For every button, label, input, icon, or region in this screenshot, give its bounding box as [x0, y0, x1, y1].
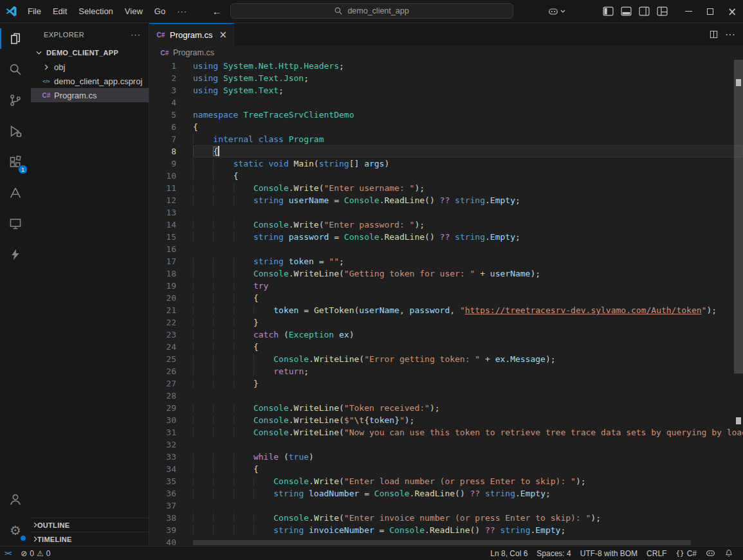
outline-section-header[interactable]: OUTLINE [31, 518, 149, 532]
code-line[interactable] [193, 390, 743, 402]
encoding-status[interactable]: UTF-8 with BOM [576, 546, 642, 560]
code-line[interactable]: using System.Text.Json; [193, 72, 743, 84]
toggle-panel-icon[interactable] [617, 0, 635, 23]
csharp-file-icon: C# [41, 92, 51, 99]
code-line[interactable]: } [193, 377, 743, 390]
code-line[interactable]: Console.Write("Enter invoice number (or … [193, 512, 743, 524]
problems-status[interactable]: ⊘ 0 ⚠ 0 [16, 546, 55, 560]
menu-selection[interactable]: Selection [73, 4, 118, 19]
close-button[interactable]: × [721, 0, 743, 23]
split-editor-icon[interactable] [709, 30, 719, 39]
line-number-gutter[interactable]: 1234567891011121314151617181920212223242… [149, 60, 187, 546]
run-debug-tab[interactable] [0, 116, 31, 147]
minimize-button[interactable] [677, 0, 699, 23]
code-editor[interactable]: 1234567891011121314151617181920212223242… [149, 60, 743, 546]
explorer-more-actions-icon[interactable]: ··· [131, 30, 141, 39]
code-line[interactable]: Console.WriteLine("Getting token for use… [193, 267, 743, 280]
tree-item-obj[interactable]: obj [31, 60, 149, 74]
toggle-sidebar-icon[interactable] [599, 0, 617, 23]
menu-edit[interactable]: Edit [47, 4, 73, 19]
code-line[interactable]: Console.WriteLine("Token received:"); [193, 402, 743, 414]
code-line[interactable]: { [193, 341, 743, 353]
code-line[interactable]: string userName = Console.ReadLine() ?? … [193, 194, 743, 206]
code-line[interactable]: using System.Net.Http.Headers; [193, 60, 743, 72]
chevron-down-icon [33, 51, 44, 55]
code-line[interactable]: string token = ""; [193, 255, 743, 267]
eol-status[interactable]: CRLF [642, 546, 671, 560]
source-control-tab[interactable] [0, 85, 31, 116]
code-line[interactable] [193, 206, 743, 219]
code-line[interactable] [193, 500, 743, 512]
scrollbar-thumb[interactable] [193, 540, 691, 545]
maximize-button[interactable] [699, 0, 721, 23]
remote-indicator[interactable]: >< [0, 546, 16, 560]
command-center-search[interactable]: demo_client_app [230, 3, 513, 19]
vertical-scrollbar[interactable] [734, 60, 743, 546]
breadcrumb-file[interactable]: Program.cs [173, 48, 214, 57]
code-line[interactable]: { [193, 170, 743, 182]
customize-layout-icon[interactable] [653, 0, 671, 23]
code-line[interactable]: token = GetToken(userName, password, "ht… [193, 304, 743, 316]
thunder-tab[interactable] [0, 239, 31, 270]
code-line[interactable]: Console.Write("Enter load number (or pre… [193, 475, 743, 487]
language-mode-status[interactable]: {} C# [671, 546, 701, 560]
code-line[interactable] [193, 243, 743, 255]
code-line[interactable]: string password = Console.ReadLine() ?? … [193, 231, 743, 243]
accounts-button[interactable] [0, 484, 31, 515]
cursor-position-status[interactable]: Ln 8, Col 6 [486, 546, 532, 560]
notifications-bell-icon[interactable] [720, 546, 738, 560]
project-root-label: DEMO_CLIENT_APP [46, 49, 118, 57]
menu-bar: File Edit Selection View Go ··· [22, 0, 193, 23]
tree-item-csproj[interactable]: </> demo_client_app.csproj [31, 74, 149, 88]
code-line[interactable]: internal class Program [193, 133, 743, 145]
back-arrow-icon[interactable]: ← [210, 6, 224, 17]
copilot-icon[interactable] [548, 6, 565, 17]
code-line[interactable]: Console.Write("Enter password: "); [193, 219, 743, 231]
remote-explorer-tab[interactable] [0, 208, 31, 239]
code-line[interactable]: { [193, 463, 743, 475]
code-line[interactable]: while (true) [193, 451, 743, 463]
toggle-secondary-sidebar-icon[interactable] [635, 0, 653, 23]
code-line[interactable]: Console.WriteLine("Error getting token: … [193, 353, 743, 365]
azure-tab[interactable] [0, 177, 31, 208]
timeline-section-header[interactable]: TIMELINE [31, 532, 149, 546]
tab-close-icon[interactable]: × [219, 29, 227, 41]
code-line[interactable]: namespace TreeTraceSrvClientDemo [193, 109, 743, 121]
code-line[interactable]: using System.Text; [193, 84, 743, 96]
indentation-status[interactable]: Spaces: 4 [532, 546, 575, 560]
code-line[interactable]: { [193, 292, 743, 304]
code-line[interactable] [193, 96, 743, 109]
code-line[interactable]: string invoiceNumber = Console.ReadLine(… [193, 524, 743, 536]
search-tab[interactable] [0, 54, 31, 85]
tab-program-cs[interactable]: C# Program.cs × [149, 23, 234, 46]
search-icon [8, 62, 23, 77]
scrollbar-thumb[interactable] [734, 60, 743, 374]
code-line[interactable]: catch (Exception ex) [193, 329, 743, 341]
code-line[interactable]: Console.Write("Enter username: "); [193, 182, 743, 194]
explorer-tab[interactable] [0, 23, 31, 54]
horizontal-scrollbar[interactable] [193, 539, 734, 546]
code-line[interactable]: return; [193, 365, 743, 377]
menu-go[interactable]: Go [149, 4, 171, 19]
code-line[interactable]: try [193, 280, 743, 292]
outline-label: OUTLINE [37, 521, 69, 529]
menu-file[interactable]: File [22, 4, 47, 19]
editor-more-actions-icon[interactable]: ··· [725, 29, 735, 41]
code-line[interactable]: Console.WriteLine($"\t{token}"); [193, 414, 743, 426]
copilot-status-icon[interactable] [701, 546, 720, 560]
code-line[interactable]: { [193, 121, 743, 133]
extensions-tab[interactable]: 1 [0, 147, 31, 177]
code-line[interactable]: Console.WriteLine("Now you can use this … [193, 426, 743, 438]
settings-button[interactable]: ⚙ [0, 515, 31, 546]
project-root-folder[interactable]: DEMO_CLIENT_APP [31, 46, 149, 60]
menu-more-icon[interactable]: ··· [171, 4, 193, 19]
code-line[interactable] [193, 438, 743, 451]
code-line[interactable]: string loadNumber = Console.ReadLine() ?… [193, 487, 743, 500]
code-line[interactable]: static void Main(string[] args) [193, 158, 743, 170]
breadcrumb[interactable]: C# Program.cs [149, 46, 743, 60]
menu-view[interactable]: View [119, 4, 149, 19]
code-line[interactable]: } [193, 316, 743, 329]
tree-item-program-cs[interactable]: C# Program.cs [31, 88, 149, 102]
code-line[interactable]: { [193, 145, 743, 158]
git-branch-icon [8, 93, 23, 107]
